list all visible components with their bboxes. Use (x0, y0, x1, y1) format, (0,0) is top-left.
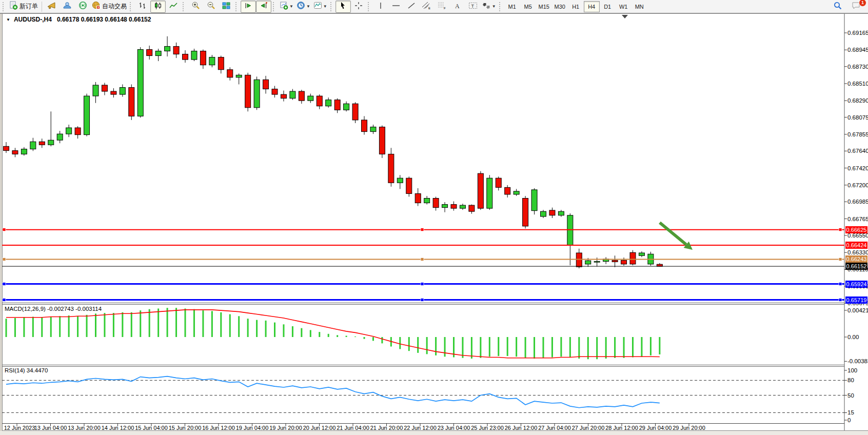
time-axis-label: 21 Jun 20:00 (370, 425, 403, 431)
candle-body (281, 94, 286, 98)
price-tick-label: 0.68510 (847, 81, 868, 87)
candle-body (254, 80, 260, 107)
chart-ohlc-values: 0.66178 0.66193 0.66148 0.66152 (57, 16, 151, 23)
candle-body (218, 57, 224, 70)
candle-body (397, 178, 403, 183)
candle-body (12, 151, 18, 154)
candle-body (30, 142, 36, 149)
chart-shift-marker (622, 15, 628, 18)
candle-body (263, 80, 269, 89)
candle-body (137, 49, 143, 116)
candle-body (514, 191, 519, 194)
candle-body (57, 134, 63, 140)
time-axis-label: 12 Jun 2023 (4, 425, 35, 431)
time-axis-label: 25 Jun 23:00 (471, 425, 504, 431)
candle-body (209, 57, 215, 65)
level-price-label: 0.66625 (845, 226, 867, 233)
macd-tick-label: -0.003835 (847, 358, 868, 364)
candle-body (469, 205, 475, 211)
price-tick-label: 0.67200 (847, 182, 868, 188)
candle-body (191, 51, 197, 60)
candle-body (317, 96, 322, 106)
candle-body (308, 96, 313, 101)
candle-body (120, 87, 125, 94)
chart-menu-icon[interactable]: ▼ (6, 17, 10, 22)
line-handle (421, 299, 424, 302)
candle-body (299, 91, 304, 101)
level-price-label: 0.66243 (845, 255, 867, 263)
candle-body (245, 75, 251, 107)
price-tick-label: 0.66765 (847, 216, 868, 222)
time-axis-label: 19 Jun 20:00 (269, 425, 302, 431)
price-tick-label: 0.66985 (847, 199, 868, 205)
candle-body (344, 104, 349, 110)
candle-body (334, 100, 340, 110)
candle-body (173, 46, 179, 54)
candle-body (183, 54, 188, 60)
candle-body (272, 89, 278, 95)
line-handle (839, 258, 842, 261)
macd-values: -0.002743 -0.003114 (47, 306, 102, 312)
candle-body (326, 100, 331, 106)
candle-body (362, 120, 367, 132)
candle-body (639, 253, 644, 255)
price-tick-label: 0.68730 (847, 64, 868, 70)
rsi-tick-label: 15 (847, 409, 854, 416)
rsi-tick-label: 80 (847, 377, 854, 383)
candle-body (84, 96, 90, 135)
macd-label: MACD(12,26,9) -0.002743 -0.003114 (5, 306, 102, 312)
rsi-line (6, 377, 660, 408)
candle-body (290, 91, 295, 98)
candle-body (200, 51, 206, 65)
rsi-value: 34.4470 (27, 367, 48, 373)
time-axis-label: 23 Jun 04:00 (438, 425, 470, 431)
line-handle (839, 283, 842, 286)
candle-body (549, 210, 555, 215)
price-tick-label: 0.68290 (847, 97, 868, 104)
rsi-name: RSI(14) (5, 367, 25, 373)
time-axis-label: 26 Jun 12:00 (505, 425, 538, 431)
candle-body (48, 140, 54, 145)
candle-body (66, 128, 72, 134)
candle-body (21, 149, 27, 154)
rsi-tick-label: 100 (847, 367, 857, 373)
candle-body (424, 199, 430, 203)
candle-body (370, 127, 376, 132)
macd-tick-label: 0.004215 (847, 307, 868, 313)
rsi-label: RSI(14) 34.4470 (5, 367, 48, 373)
macd-name: MACD(12,26,9) (5, 306, 46, 312)
candle-body (147, 49, 152, 55)
candle-body (75, 128, 81, 135)
time-axis-label: 22 Jun 12:00 (404, 425, 437, 431)
candle-body (478, 173, 483, 208)
candle-body (451, 205, 457, 209)
candle-body (4, 146, 9, 150)
time-axis-label: 27 Jun 04:00 (538, 425, 571, 431)
candle-body (531, 190, 537, 211)
price-tick-label: 0.69165 (847, 30, 868, 36)
candle-body (541, 211, 546, 216)
candle-body (236, 75, 242, 77)
candle-body (102, 85, 107, 91)
time-axis-label: 13 Jun 04:00 (34, 425, 67, 431)
time-axis-label: 20 Jun 12:00 (303, 425, 336, 431)
line-handle (421, 283, 424, 286)
candle-body (460, 205, 465, 208)
time-axis-label: 15 Jun 04:00 (135, 425, 168, 431)
candle-body (657, 264, 662, 266)
level-price-label: 0.65924 (845, 281, 867, 288)
candle-body (442, 205, 448, 208)
candle-body (594, 262, 600, 263)
candle-body (523, 199, 528, 226)
candle-body (496, 178, 501, 187)
candle-body (406, 178, 412, 193)
candle-body (567, 215, 573, 245)
price-chart-canvas[interactable] (0, 0, 868, 435)
time-axis-label: 27 Jun 20:00 (572, 425, 605, 431)
candle-body (487, 178, 492, 208)
chart-title: ▼ AUDUSD-,H4 0.66178 0.66193 0.66148 0.6… (6, 16, 151, 23)
candle-body (129, 87, 134, 116)
candle-body (155, 51, 161, 55)
price-tick-label: 0.67855 (847, 131, 868, 137)
line-handle (3, 228, 6, 231)
